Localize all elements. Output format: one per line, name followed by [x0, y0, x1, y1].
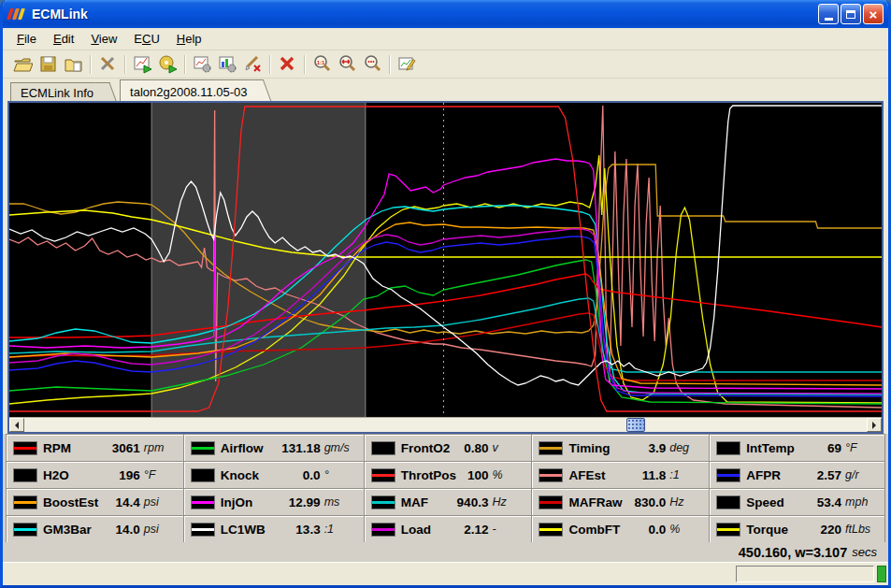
legend-cell-fronto2[interactable]: FrontO20.80v: [365, 434, 532, 461]
param-value: 131.18: [281, 441, 320, 455]
legend-cell-injon[interactable]: InjOn12.99ms: [184, 488, 364, 515]
legend-cell-afpr[interactable]: AFPR2.57g/r: [710, 461, 884, 488]
param-value: 220: [820, 523, 841, 537]
save-log-button[interactable]: [36, 52, 61, 76]
app-icon: [8, 7, 27, 22]
param-value: 3061: [112, 441, 140, 455]
zoom-one-to-one-button[interactable]: 1:1: [309, 52, 335, 76]
brush-x-icon: [243, 54, 263, 74]
arrow-left-icon: [11, 422, 19, 429]
legend-cell-boostest[interactable]: BoostEst14.4psi: [7, 488, 183, 515]
chart-run-icon: [133, 54, 152, 74]
menu-ecu[interactable]: ECU: [125, 29, 167, 49]
param-value: 12.99: [289, 495, 321, 509]
cursor-readout-unit: secs: [852, 545, 877, 559]
param-name: Timing: [568, 441, 648, 455]
param-value: 196: [119, 468, 140, 482]
trace-color-swatch: [371, 441, 395, 455]
toolbar-separator: [90, 55, 92, 74]
toolbar-separator: [124, 55, 126, 74]
svg-text:1:1: 1:1: [317, 60, 325, 65]
param-name: Airflow: [221, 441, 282, 455]
param-name: InjOn: [221, 495, 289, 509]
chart-edit-icon: [397, 54, 417, 74]
legend-column: Airflow131.18gm/sKnock0.0°InjOn12.99msLC…: [183, 434, 364, 542]
param-unit: psi: [144, 495, 179, 509]
legend-cell-torque[interactable]: Torque220ftLbs: [710, 515, 884, 542]
open-recent-button[interactable]: [61, 52, 86, 76]
trace-color-swatch: [371, 495, 395, 509]
chart-gear-color-icon: [218, 54, 237, 74]
trace-gm3bar: [9, 206, 882, 394]
param-name: FrontO2: [401, 441, 464, 455]
zoom-custom-button[interactable]: [360, 52, 385, 76]
param-value: 14.4: [116, 495, 140, 509]
tab-talon2g2008-11-05-03[interactable]: talon2g2008.11.05-03: [120, 79, 261, 101]
horizontal-scrollbar[interactable]: [9, 417, 882, 432]
trace-color-swatch: [13, 523, 37, 537]
edit-chart-button[interactable]: [395, 52, 420, 76]
menu-view[interactable]: View: [82, 29, 125, 49]
param-name: Torque: [746, 523, 820, 537]
legend-cell-afest[interactable]: AFEst11.8:1: [532, 461, 709, 488]
scrollbar-left-button[interactable]: [9, 418, 24, 432]
display-settings-button[interactable]: [215, 52, 240, 76]
legend-cell-timing[interactable]: Timing3.9deg: [532, 434, 709, 461]
legend-cell-inttemp[interactable]: IntTemp69°F: [710, 434, 884, 461]
param-value: 0.80: [464, 441, 488, 455]
status-indicator: [877, 566, 886, 582]
delete-button[interactable]: [275, 52, 300, 76]
trace-color-swatch: [539, 495, 563, 509]
legend-cell-mafraw[interactable]: MAFRaw830.0Hz: [532, 488, 709, 515]
legend-cell-combft[interactable]: CombFT0.0%: [532, 515, 709, 542]
title-bar[interactable]: ECMLink ×: [3, 0, 888, 28]
tab-strip: ECMLink Infotalon2g2008.11.05-03: [3, 79, 888, 101]
capture-log-button[interactable]: [130, 52, 155, 76]
legend-cell-airflow[interactable]: Airflow131.18gm/s: [184, 434, 364, 461]
read-ecu-button[interactable]: [155, 52, 180, 76]
scrollbar-track[interactable]: [24, 418, 867, 432]
menu-file[interactable]: File: [8, 29, 45, 49]
log-settings-button[interactable]: [190, 52, 215, 76]
folder-doc-icon: [64, 54, 83, 74]
param-value: 0.0: [648, 523, 666, 537]
menu-edit[interactable]: Edit: [45, 29, 82, 49]
log-plot[interactable]: [9, 103, 882, 417]
legend-cell-rpm[interactable]: RPM3061rpm: [7, 434, 183, 461]
param-value: 830.0: [634, 495, 666, 509]
status-field: [736, 566, 874, 582]
minimize-button[interactable]: [818, 4, 839, 24]
legend-column: IntTemp69°FAFPR2.57g/rSpeed53.4mphTorque…: [709, 434, 885, 542]
param-name: BoostEst: [43, 495, 116, 509]
maximize-button[interactable]: [841, 4, 861, 24]
menu-help[interactable]: Help: [168, 29, 210, 49]
zoom-extents-button[interactable]: [335, 52, 360, 76]
param-name: GM3Bar: [43, 523, 116, 537]
clear-markers-button[interactable]: [240, 52, 266, 76]
trace-lc1wb: [9, 106, 882, 385]
trace-load: [9, 229, 882, 394]
close-button[interactable]: ×: [863, 4, 884, 24]
param-value: 0.0: [303, 468, 321, 482]
legend-cell-knock[interactable]: Knock0.0°: [184, 461, 364, 488]
scrollbar-thumb[interactable]: [626, 418, 645, 432]
legend-cell-speed[interactable]: Speed53.4mph: [710, 488, 884, 515]
open-log-button[interactable]: [10, 52, 36, 76]
legend-cell-gm3bar[interactable]: GM3Bar14.0psi: [7, 515, 183, 542]
legend-cell-h2o[interactable]: H2O196°F: [7, 461, 183, 488]
legend-cell-maf[interactable]: MAF940.3Hz: [365, 488, 532, 515]
trace-color-swatch: [191, 468, 215, 482]
param-value: 69: [827, 441, 841, 455]
close-icon: ×: [869, 7, 878, 22]
legend-cell-load[interactable]: Load2.12-: [365, 515, 532, 542]
param-name: AFEst: [568, 468, 641, 482]
param-unit: -: [492, 523, 526, 536]
legend-cell-throtpos[interactable]: ThrotPos100%: [365, 461, 532, 488]
param-name: LC1WB: [221, 523, 296, 537]
tools-button[interactable]: [95, 52, 121, 76]
param-unit: °: [324, 468, 359, 481]
tab-ecmlink-info[interactable]: ECMLink Info: [10, 82, 107, 101]
legend-grid: RPM3061rpmH2O196°FBoostEst14.4psiGM3Bar1…: [3, 434, 888, 542]
scrollbar-right-button[interactable]: [867, 418, 882, 432]
legend-cell-lc1wb[interactable]: LC1WB13.3:1: [184, 515, 364, 542]
